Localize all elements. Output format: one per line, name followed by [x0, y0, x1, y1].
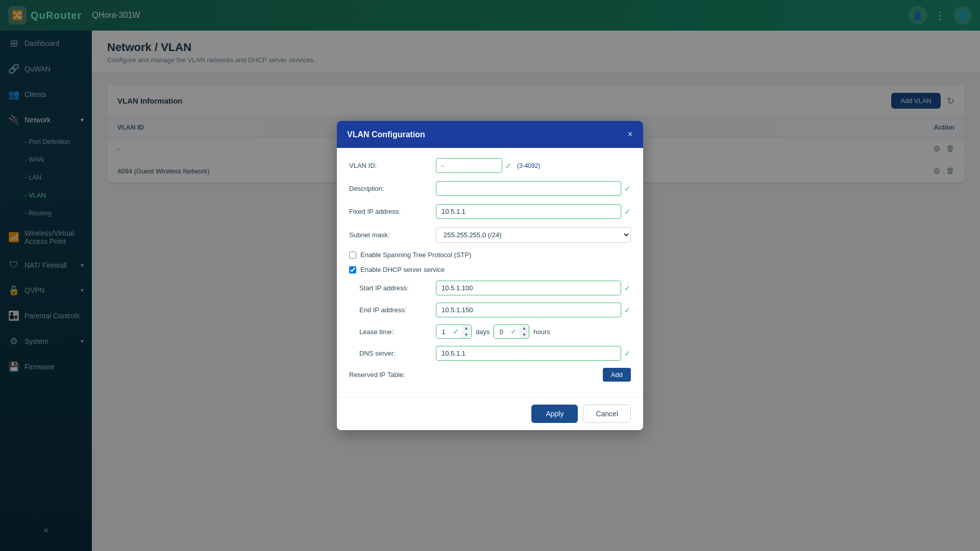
fixed-ip-label: Fixed IP address: — [349, 208, 431, 215]
vlan-id-row: VLAN ID: ✓ (3-4092) — [349, 158, 631, 173]
vlan-id-check-icon: ✓ — [505, 161, 512, 170]
main-layout: ⊞ Dashboard 🔗 QuWAN 👥 Clients 🔌 Network … — [0, 31, 980, 551]
lease-days-value: 1 — [436, 325, 451, 338]
fixed-ip-input-wrap: ✓ — [436, 204, 631, 219]
vlan-id-hint: (3-4092) — [517, 162, 540, 169]
end-ip-check-icon: ✓ — [624, 306, 631, 315]
dns-row: DNS server: ✓ — [359, 346, 631, 361]
end-ip-row: End IP address: ✓ — [359, 303, 631, 317]
subnet-mask-row: Subnet mask: 255.255.255.0 (/24) 255.255… — [349, 227, 631, 243]
description-row: Description: ✓ — [349, 181, 631, 196]
modal-title: VLAN Configuration — [347, 130, 425, 139]
dns-check-icon: ✓ — [624, 349, 631, 358]
dns-input-wrap: ✓ — [436, 346, 631, 361]
dhcp-checkbox[interactable] — [349, 266, 356, 273]
stp-label: Enable Spanning Tree Protocol (STP) — [360, 251, 472, 259]
subnet-mask-label: Subnet mask: — [349, 231, 431, 239]
lease-hours-arrows: ▲ ▼ — [519, 325, 529, 338]
vlan-id-input-wrap: ✓ (3-4092) — [436, 158, 631, 173]
apply-button[interactable]: Apply — [531, 405, 578, 423]
content-area: Network / VLAN Configure and manage the … — [92, 31, 980, 551]
vlan-id-input[interactable] — [436, 158, 502, 173]
start-ip-label: Start IP address: — [359, 284, 431, 292]
reserved-add-button[interactable]: Add — [603, 368, 631, 382]
lease-time-row: Lease time: 1 ✓ ▲ ▼ — [359, 324, 631, 339]
modal-body: VLAN ID: ✓ (3-4092) Description: ✓ — [337, 148, 643, 397]
reserved-ip-label: Reserved IP Table: — [349, 371, 405, 379]
fixed-ip-check-icon: ✓ — [624, 207, 631, 216]
modal-close-button[interactable]: × — [627, 129, 633, 140]
lease-days-arrows: ▲ ▼ — [461, 325, 471, 338]
lease-days-wrap: 1 ✓ ▲ ▼ days 0 — [436, 324, 550, 339]
modal-footer: Apply Cancel — [337, 397, 643, 430]
end-ip-label: End IP address: — [359, 306, 431, 314]
cancel-button[interactable]: Cancel — [583, 405, 631, 423]
stp-checkbox[interactable] — [349, 252, 356, 259]
lease-days-unit: days — [476, 328, 489, 336]
lease-days-spinner: 1 ✓ ▲ ▼ — [436, 324, 472, 339]
subnet-mask-select[interactable]: 255.255.255.0 (/24) 255.255.0.0 (/16) 25… — [436, 227, 631, 243]
description-input-wrap: ✓ — [436, 181, 631, 196]
lease-days-up[interactable]: ▲ — [461, 325, 471, 332]
vlan-config-modal: VLAN Configuration × VLAN ID: ✓ (3-4092) — [337, 121, 643, 430]
fixed-ip-input[interactable] — [436, 204, 621, 219]
lease-hours-spinner: 0 ✓ ▲ ▼ — [494, 324, 529, 339]
vlan-id-label: VLAN ID: — [349, 162, 431, 169]
start-ip-check-icon: ✓ — [624, 284, 631, 293]
lease-hours-check-icon: ✓ — [508, 327, 519, 336]
modal-header: VLAN Configuration × — [337, 121, 643, 148]
dhcp-label: Enable DHCP server service — [360, 266, 445, 273]
lease-days-check-icon: ✓ — [451, 327, 461, 336]
lease-hours-value: 0 — [494, 325, 508, 338]
lease-days-down[interactable]: ▼ — [461, 332, 471, 338]
dns-input[interactable] — [436, 346, 621, 361]
description-check-icon: ✓ — [624, 184, 631, 193]
stp-checkbox-row: Enable Spanning Tree Protocol (STP) — [349, 251, 631, 259]
end-ip-input-wrap: ✓ — [436, 303, 631, 317]
start-ip-input[interactable] — [436, 281, 621, 295]
dns-label: DNS server: — [359, 349, 431, 357]
dhcp-checkbox-row: Enable DHCP server service — [349, 266, 631, 273]
modal-overlay: VLAN Configuration × VLAN ID: ✓ (3-4092) — [92, 31, 980, 551]
dhcp-fields: Start IP address: ✓ End IP address: — [349, 281, 631, 361]
lease-hours-down[interactable]: ▼ — [519, 332, 529, 338]
lease-hours-unit: hours — [533, 328, 550, 336]
lease-time-input-wrap: 1 ✓ ▲ ▼ days 0 — [436, 324, 631, 339]
description-label: Description: — [349, 185, 431, 192]
reserved-ip-row: Reserved IP Table: Add — [349, 368, 631, 382]
start-ip-row: Start IP address: ✓ — [359, 281, 631, 295]
end-ip-input[interactable] — [436, 303, 621, 317]
lease-hours-up[interactable]: ▲ — [519, 325, 529, 332]
description-input[interactable] — [436, 181, 621, 196]
subnet-mask-input-wrap: 255.255.255.0 (/24) 255.255.0.0 (/16) 25… — [436, 227, 631, 243]
lease-time-label: Lease time: — [359, 328, 431, 336]
start-ip-input-wrap: ✓ — [436, 281, 631, 295]
fixed-ip-row: Fixed IP address: ✓ — [349, 204, 631, 219]
